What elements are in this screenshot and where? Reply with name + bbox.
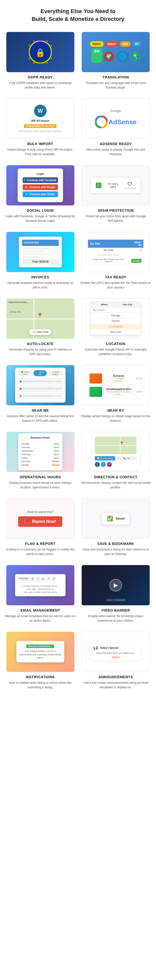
direction-btn-primary[interactable]: 🧭 Get Directions (95, 456, 115, 460)
tax-row-include-label: Include Tax with Pricing Plans Price ON/… (88, 257, 129, 264)
nearby-dist-1: 0.4 mi (136, 377, 142, 380)
social-icons-row: f t 📷 (95, 462, 137, 467)
editor-underline: U (41, 577, 45, 581)
nearby-name-2: Gemäldegalerie Bert.. (104, 388, 134, 391)
tax-desc: Enable Tax (VAT) and update the Tax Rate… (80, 281, 151, 290)
recaptcha-brand: reCAPTCHA (124, 187, 135, 189)
tax-col-value: Value-Ad (129, 240, 144, 248)
map-road-horizontal (6, 319, 74, 319)
feature-hours: Business Hours MondayOpen TuesdayOpen We… (3, 428, 78, 495)
invoice-line-4 (22, 256, 44, 258)
flag-title: FLAG & REPORT (25, 542, 55, 546)
loc-search-placeholder: 🔍 Search... (93, 309, 106, 311)
tab-open-now: 🟢 Open Now (18, 370, 32, 376)
announcements-title: ANNOUNCEMENTS (98, 675, 133, 679)
social-btn-facebook: f Continue with Facebook (23, 177, 58, 183)
nearby-img-1 (90, 374, 102, 383)
flag-image: Want to report this? 🚩 Report Now! (6, 498, 74, 539)
feature-nearby: Europcar. 2 listings ★★★★☆ 0.4 mi Gemäld… (78, 361, 154, 428)
adsense-title: ADSENSE READY (100, 142, 132, 146)
translation-desc: Translate into any Language with a free … (80, 81, 151, 90)
nearme-dot-3 (20, 395, 22, 397)
bubble-salut: Salut! (105, 41, 119, 47)
tax-row-rate-label: Tax Rate (88, 248, 129, 253)
tax-title: TAX READY (105, 275, 126, 279)
social-btn-twitter: ✦ Continue with Twitter (23, 191, 58, 197)
spam-desc: Protect all your forms from spam with Go… (80, 214, 151, 223)
invoice-total: Total: $150.00 (22, 259, 59, 264)
map-label-top: New York Univer... (9, 301, 29, 304)
announce-sub-text: Get a free drink when you check in w... (93, 652, 138, 654)
social-icon-twitter: t (101, 462, 106, 467)
nearby-sub-2: Be the first one to oper... (104, 391, 134, 393)
bookmark-desc: Save and bookmark a listing for later re… (80, 547, 151, 556)
email-editor-card: Paragraph B I U ❝ 🔗 Hi there, Welcome to… (15, 574, 66, 596)
feature-spam: ✓ I'm not a robot 🛡 reCAPTCHA SPAM PROTE… (78, 161, 154, 228)
tax-image: Tax Title Value-Ad Tax Rate 5 0% means n… (82, 232, 150, 272)
spam-image: ✓ I'm not a robot 🛡 reCAPTCHA (82, 165, 150, 205)
announce-dismiss-btn[interactable]: Dismiss (93, 655, 138, 658)
spam-title: SPAM PROTECTION (98, 208, 134, 213)
flag-3: 🌏 (132, 52, 140, 61)
nearme-desc: Advance filter option to sort the neares… (5, 414, 76, 423)
feature-notifications: Success! Submissio... Your listing has b… (3, 628, 78, 695)
page-title: Everything Else You Need to Build, Scale… (5, 8, 151, 23)
invoice-line-2 (22, 251, 44, 252)
direction-title: DIRECTION & CONTACT (94, 475, 137, 479)
nearby-info-1: Europcar. 2 listings ★★★★☆ (104, 374, 133, 382)
social-card-title: Login (23, 172, 58, 175)
feature-email: Paragraph B I U ❝ 🔗 Hi there, Welcome to… (3, 561, 78, 628)
video-desc: Enable video banner for providing unique… (80, 614, 151, 623)
loc-item-la: Los Angeles (91, 324, 141, 329)
hours-row-wed: WednesdayOpen (21, 450, 59, 452)
hours-card: Business Hours MondayOpen TuesdayOpen We… (18, 433, 62, 470)
notif-card: Success! Submissio... Your listing has b… (16, 641, 64, 662)
tax-row-empty-val (129, 253, 144, 257)
nearme-item-2: 1.2 mi (18, 385, 63, 392)
video-play-btn[interactable]: ▶ (109, 579, 122, 592)
nearby-name-1: Europcar. (104, 374, 133, 377)
email-image: Paragraph B I U ❝ 🔗 Hi there, Welcome to… (6, 565, 74, 605)
nearme-image: 🟢 Open Now 📍 Near Me ⭐ Best Match 0.5 mi (6, 365, 74, 406)
hours-row-fri: FridayOpen (21, 457, 59, 459)
nearme-item-3: 3.1 mi (18, 393, 63, 399)
nearme-ui-card: 🟢 Open Now 📍 Near Me ⭐ Best Match 0.5 mi (15, 368, 66, 402)
nearme-line-2 (23, 388, 54, 389)
feature-bulk-import: W WP All Import Official Add-On for Free… (3, 95, 78, 161)
loc-col-where: Where (93, 303, 116, 306)
nearme-dist-1: 0.5 mi (55, 380, 61, 382)
nearby-desc: Display similar listings on details page… (80, 414, 151, 423)
location-image: Where Your City 🔍 Search... Chicago Denv… (82, 299, 150, 339)
bookmark-title: SAVE & BOOKMARK (97, 542, 134, 546)
invoice-line-1 (22, 248, 51, 250)
nearme-title: NEAR ME (32, 408, 49, 412)
invoices-title: INVOICES (31, 275, 49, 279)
email-desc: Manage all email templates that are sent… (5, 614, 76, 623)
bulk-import-desc: Import listings in bulk using (Free) WP-… (5, 147, 76, 156)
notifications-image: Success! Submissio... Your listing has b… (6, 632, 74, 672)
adsense-image: Google AdSense (82, 99, 150, 139)
nearby-sub-1: 2 listings (104, 377, 133, 380)
loc-item-ny: New York (91, 329, 141, 335)
direction-btn-call[interactable]: 📞 Call (116, 456, 137, 460)
feature-bookmark: ✅ Saved SAVE & BOOKMARK Save and bookmar… (78, 495, 154, 561)
adsense-google-text: Google (110, 109, 121, 113)
invoice-line-3 (22, 253, 51, 255)
feature-video: ▶ VIDEO BANNER VIDEO BANNER Enable video… (78, 561, 154, 628)
direction-desc: Get directions, display contact info and… (80, 480, 151, 490)
email-line-2: User_login: Username/User_lo (18, 588, 63, 591)
hours-row-sun: SundayClosed (21, 464, 59, 466)
report-now-btn[interactable]: 🚩 Report Now! (18, 516, 62, 527)
bubble-hi: Hi! (132, 41, 142, 47)
email-line-1: Hi there, Welcome to Somesite, tell Yo (18, 585, 63, 588)
social-login-image: Login f Continue with Facebook G Continu… (6, 165, 74, 205)
hours-image: Business Hours MondayOpen TuesdayOpen We… (6, 432, 74, 472)
tax-row-empty: 0% means no tax applies (88, 253, 129, 257)
direction-pin: 📍 (119, 441, 124, 446)
svg-text:🔒: 🔒 (35, 48, 45, 57)
nearby-stars-2: ★★★☆☆ (104, 393, 134, 396)
nearby-info-2: Gemäldegalerie Bert.. Be the first one t… (104, 388, 134, 396)
editor-paragraph: Paragraph (18, 577, 29, 581)
bubble-chinese: 你好 (91, 48, 102, 63)
wp-logo: W (34, 105, 47, 117)
